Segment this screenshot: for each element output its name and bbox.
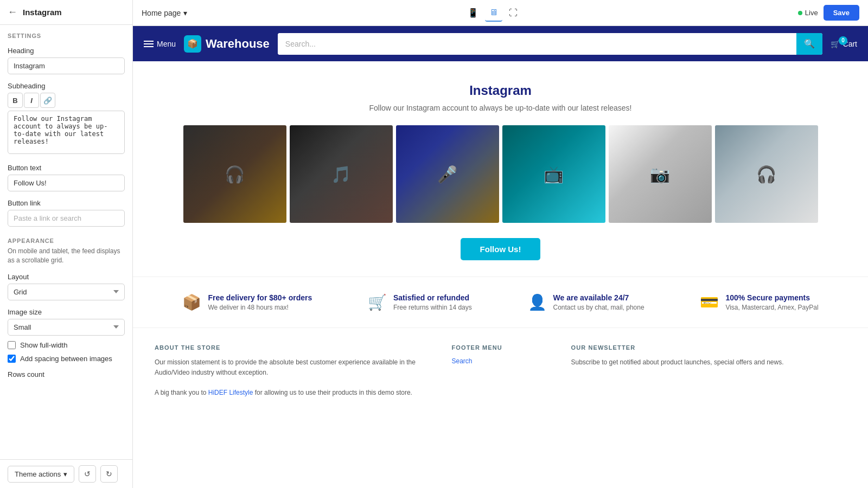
- fullscreen-view-button[interactable]: ⛶: [505, 5, 522, 21]
- live-indicator: Live: [798, 9, 818, 17]
- instagram-image-3[interactable]: 🎤: [396, 125, 499, 223]
- instagram-image-5[interactable]: 📷: [609, 125, 712, 223]
- redo-button[interactable]: ↻: [100, 465, 118, 483]
- sidebar-content: SETTINGS Heading Subheading B I 🔗 Follow…: [0, 25, 132, 459]
- feature-item-delivery: 📦 Free delivery for $80+ orders We deliv…: [182, 293, 312, 311]
- show-full-width-row: Show full-width: [8, 341, 125, 349]
- settings-section-label: SETTINGS: [8, 33, 125, 39]
- search-input[interactable]: [278, 33, 796, 55]
- cart-icon: 🛒: [831, 40, 840, 48]
- menu-button[interactable]: Menu: [144, 40, 176, 48]
- chevron-down-icon: ▾: [63, 470, 67, 478]
- footer-newsletter-title: OUR NEWSLETTER: [571, 344, 847, 351]
- store-header: Menu 📦 Warehouse 🔍 0 🛒 Cart: [133, 26, 868, 61]
- image-size-select[interactable]: Small Medium Large: [8, 319, 125, 336]
- instagram-heading: Instagram: [144, 83, 857, 98]
- footer-menu-col: FOOTER MENU Search: [452, 344, 550, 399]
- button-text-input[interactable]: [8, 175, 125, 191]
- preview-frame: Menu 📦 Warehouse 🔍 0 🛒 Cart Insta: [133, 26, 868, 488]
- instagram-img-placeholder-4: 📺: [502, 125, 605, 223]
- support-desc: Contact us by chat, mail, phone: [553, 304, 644, 311]
- theme-actions-label: Theme actions: [15, 470, 61, 478]
- button-text-label: Button text: [8, 164, 125, 172]
- instagram-image-4[interactable]: 📺: [502, 125, 605, 223]
- italic-button[interactable]: I: [24, 93, 39, 108]
- footer-about-text: Our mission statement is to provide the …: [155, 357, 430, 378]
- support-icon: 👤: [528, 293, 547, 311]
- layout-select[interactable]: Grid Masonry Collage: [8, 284, 125, 300]
- instagram-image-1[interactable]: 🎧: [183, 125, 286, 223]
- footer-menu-title: FOOTER MENU: [452, 344, 550, 351]
- delivery-desc: We deliver in 48 hours max!: [208, 304, 312, 311]
- logo-icon: 📦: [184, 35, 201, 53]
- cart-badge: 0: [839, 36, 847, 45]
- rich-text-toolbar: B I 🔗: [8, 93, 125, 108]
- follow-us-button[interactable]: Follow Us!: [461, 238, 541, 260]
- footer-newsletter-col: OUR NEWSLETTER Subscribe to get notified…: [571, 344, 847, 399]
- subheading-textarea[interactable]: Follow our Instagram account to always b…: [8, 111, 125, 154]
- save-button[interactable]: Save: [824, 5, 859, 21]
- feature-item-refund: 🛒 Satisfied or refunded Free returns wit…: [368, 293, 472, 311]
- feature-text-refund: Satisfied or refunded Free returns withi…: [393, 293, 472, 311]
- cart-button[interactable]: 0 🛒 Cart: [831, 40, 857, 48]
- mobile-icon: 📱: [468, 8, 478, 17]
- appearance-desc: On mobile and tablet, the feed displays …: [8, 247, 125, 265]
- support-title: We are available 24/7: [553, 293, 644, 302]
- payment-icon: 💳: [700, 293, 719, 311]
- logo-text: Warehouse: [206, 37, 270, 51]
- link-button[interactable]: 🔗: [40, 93, 55, 108]
- feature-text-support: We are available 24/7 Contact us by chat…: [553, 293, 644, 311]
- page-chevron-icon: ▾: [183, 9, 187, 17]
- layout-label: Layout: [8, 273, 125, 281]
- back-button[interactable]: ←: [8, 7, 17, 18]
- desktop-icon: 🖥: [489, 8, 498, 17]
- top-bar-left: Home page ▾: [142, 9, 187, 17]
- rows-count-label: Rows count: [8, 370, 125, 378]
- hidef-link[interactable]: HiDEF Lifestyle: [208, 389, 253, 396]
- sidebar-title: Instagram: [23, 8, 62, 17]
- refund-desc: Free returns within 14 days: [393, 304, 472, 311]
- feature-text-delivery: Free delivery for $80+ orders We deliver…: [208, 293, 312, 311]
- show-full-width-checkbox[interactable]: [8, 341, 16, 349]
- footer-newsletter-desc: Subscribe to get notified about product …: [571, 357, 847, 368]
- hamburger-icon: [144, 41, 154, 47]
- footer-about-col: ABOUT THE STORE Our mission statement is…: [155, 344, 430, 399]
- sidebar: ← Instagram SETTINGS Heading Subheading …: [0, 0, 133, 488]
- mobile-view-button[interactable]: 📱: [463, 4, 483, 21]
- add-spacing-checkbox[interactable]: [8, 355, 16, 363]
- instagram-img-placeholder-3: 🎤: [396, 125, 499, 223]
- footer-search-link[interactable]: Search: [452, 357, 550, 365]
- footer: ABOUT THE STORE Our mission statement is…: [133, 328, 868, 415]
- sidebar-header: ← Instagram: [0, 0, 132, 25]
- instagram-image-6[interactable]: 🎧: [715, 125, 818, 223]
- top-bar-center: 📱 🖥 ⛶: [463, 4, 522, 22]
- search-bar: 🔍: [278, 33, 822, 55]
- button-link-input[interactable]: [8, 210, 125, 227]
- feature-text-payment: 100% Secure payments Visa, Mastercard, A…: [725, 293, 818, 311]
- delivery-title: Free delivery for $80+ orders: [208, 293, 312, 302]
- instagram-img-placeholder-6: 🎧: [715, 125, 818, 223]
- top-bar: Home page ▾ 📱 🖥 ⛶ Live Save: [133, 0, 868, 26]
- instagram-subheading: Follow our Instagram account to always b…: [144, 104, 857, 112]
- footer-about-title: ABOUT THE STORE: [155, 344, 430, 351]
- instagram-img-placeholder-1: 🎧: [183, 125, 286, 223]
- instagram-img-placeholder-2: 🎵: [290, 125, 393, 223]
- top-bar-right: Live Save: [798, 5, 859, 21]
- search-button[interactable]: 🔍: [796, 33, 822, 55]
- store-logo[interactable]: 📦 Warehouse: [184, 35, 270, 53]
- theme-actions-button[interactable]: Theme actions ▾: [8, 466, 74, 483]
- add-spacing-label[interactable]: Add spacing between images: [20, 355, 112, 363]
- features-bar: 📦 Free delivery for $80+ orders We deliv…: [133, 277, 868, 328]
- live-dot-icon: [798, 11, 802, 15]
- image-size-label: Image size: [8, 308, 125, 316]
- show-full-width-label[interactable]: Show full-width: [20, 341, 67, 349]
- heading-input[interactable]: [8, 57, 125, 74]
- desktop-view-button[interactable]: 🖥: [485, 4, 502, 22]
- page-label: Home page: [142, 9, 181, 17]
- instagram-img-placeholder-5: 📷: [609, 125, 712, 223]
- page-selector-button[interactable]: Home page ▾: [142, 9, 187, 17]
- undo-button[interactable]: ↺: [79, 465, 96, 483]
- bold-button[interactable]: B: [8, 93, 23, 108]
- instagram-image-2[interactable]: 🎵: [290, 125, 393, 223]
- heading-label: Heading: [8, 47, 125, 55]
